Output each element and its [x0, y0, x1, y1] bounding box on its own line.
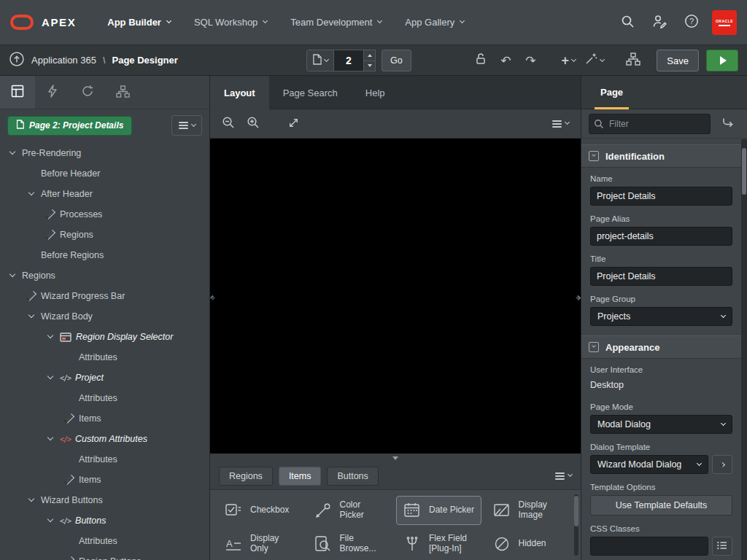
tree-item-after-header[interactable]: After Header — [0, 184, 209, 204]
field-select-page-group[interactable]: Projects — [590, 307, 732, 326]
chevron-down-icon[interactable] — [26, 498, 36, 502]
gallery-item-display-only[interactable]: ADisplay Only — [217, 529, 303, 559]
section-header-appearance[interactable]: Appearance — [581, 335, 741, 359]
page-finder-button[interactable] — [306, 50, 334, 71]
nav-item-team-development[interactable]: Team Development — [281, 10, 391, 34]
tab-help[interactable]: Help — [352, 76, 399, 109]
layout-canvas[interactable] — [210, 139, 581, 454]
chevron-right-icon[interactable] — [64, 478, 74, 482]
tree-item-before-header[interactable]: Before Header — [0, 163, 209, 184]
field-input-title[interactable] — [590, 267, 732, 286]
tab-processing[interactable] — [70, 76, 105, 109]
tree-item-custom-attributes[interactable]: </>Custom Attributes — [0, 429, 209, 449]
layout-menu-button[interactable] — [552, 114, 569, 134]
gallery-tab-buttons[interactable]: Buttons — [327, 467, 378, 486]
page-number-up-button[interactable] — [364, 50, 375, 61]
page-number-input[interactable] — [334, 50, 363, 71]
field-select-dialog-template[interactable]: Wizard Modal Dialog — [590, 455, 708, 474]
gallery-item-file-browse[interactable]: File Browse... — [307, 529, 392, 559]
tree-item-before-regions[interactable]: Before Regions — [0, 245, 209, 265]
tree-item-pre-rendering[interactable]: Pre-Rendering — [0, 143, 209, 163]
chevron-down-icon[interactable] — [7, 273, 18, 278]
edit-dialog-template-button[interactable] — [712, 455, 732, 474]
gallery-tab-items[interactable]: Items — [279, 467, 322, 486]
tab-rendering[interactable] — [0, 76, 35, 109]
gallery-item-checkbox[interactable]: Checkbox — [217, 496, 303, 525]
field-select-page-mode[interactable]: Modal Dialog — [590, 415, 732, 434]
tab-layout[interactable]: Layout — [210, 76, 269, 109]
breadcrumb-application[interactable]: Application 365 — [31, 55, 96, 66]
tree-item-attributes[interactable]: Attributes — [0, 347, 209, 368]
tree-item-project[interactable]: </>Project — [0, 368, 209, 388]
field-input-css-classes[interactable] — [590, 537, 708, 556]
section-header-identification[interactable]: Identification — [581, 144, 741, 168]
tree-item-processes[interactable]: Processes — [0, 204, 209, 225]
filter-input[interactable] — [589, 114, 711, 134]
nav-item-app-gallery[interactable]: App Gallery — [395, 10, 473, 34]
chevron-down-icon[interactable] — [26, 192, 36, 196]
tree-item-regions[interactable]: Regions — [0, 265, 209, 286]
property-scrollbar-thumb[interactable] — [742, 148, 746, 195]
chevron-down-icon[interactable] — [26, 314, 36, 319]
gallery-scrollbar-thumb[interactable] — [574, 496, 578, 526]
gallery-item-date-picker[interactable]: Date Picker — [396, 496, 481, 525]
tree-item-wizard-buttons[interactable]: Wizard Buttons — [0, 490, 209, 510]
undo-button[interactable]: ↶ — [497, 50, 514, 71]
up-to-application-button[interactable] — [9, 51, 25, 69]
tab-dynamic-actions[interactable] — [35, 76, 70, 109]
nav-item-sql-workshop[interactable]: SQL Workshop — [185, 10, 276, 34]
tree-item-wizard-body[interactable]: Wizard Body — [0, 306, 209, 327]
utilities-menu-button[interactable] — [584, 50, 604, 71]
gallery-menu-button[interactable] — [555, 466, 572, 486]
tree-item-regions[interactable]: Regions — [0, 225, 209, 245]
gallery-item-display-image[interactable]: Display Image — [486, 496, 571, 525]
help-button[interactable]: ? — [680, 11, 703, 34]
create-menu-button[interactable]: + — [560, 50, 577, 71]
tree-item-attributes[interactable]: Attributes — [0, 388, 209, 408]
property-scrollbar[interactable] — [741, 139, 747, 560]
field-input-name[interactable] — [590, 187, 732, 206]
tab-page-shared-components[interactable] — [105, 76, 140, 109]
expand-layout-button[interactable] — [287, 117, 300, 131]
search-button[interactable] — [616, 11, 639, 34]
nav-item-app-builder[interactable]: App Builder — [98, 10, 180, 34]
tree-menu-button[interactable] — [171, 115, 202, 136]
field-input-page-alias[interactable] — [590, 227, 732, 246]
tab-page-search[interactable]: Page Search — [269, 76, 352, 109]
tree-item-buttons[interactable]: </>Buttons — [0, 510, 209, 531]
tab-page[interactable]: Page — [592, 76, 632, 109]
tree-item-wizard-progress-bar[interactable]: Wizard Progress Bar — [0, 286, 209, 306]
save-button[interactable]: Save — [657, 50, 699, 71]
run-page-button[interactable] — [706, 50, 738, 71]
tree-item-attributes[interactable]: Attributes — [0, 531, 209, 551]
horizontal-splitter[interactable] — [210, 454, 581, 462]
chevron-right-icon[interactable] — [26, 294, 36, 298]
gallery-item-color-picker[interactable]: Color Picker — [307, 496, 392, 525]
chevron-right-icon[interactable] — [64, 416, 74, 421]
collapse-left-splitter-handle[interactable] — [211, 296, 214, 300]
gallery-item-hidden[interactable]: Hidden — [486, 529, 571, 559]
zoom-out-button[interactable] — [222, 116, 235, 131]
chevron-down-icon[interactable] — [7, 151, 18, 155]
chevron-right-icon[interactable] — [45, 212, 55, 217]
use-template-defaults-button[interactable]: Use Template Defaults — [590, 495, 732, 516]
tree-item-region-display-selector[interactable]: Region Display Selector — [0, 327, 209, 347]
oracle-cloud-badge[interactable]: ORACLE — [712, 10, 737, 35]
collapse-right-splitter-handle[interactable] — [576, 296, 580, 300]
go-to-parent-button[interactable] — [716, 114, 740, 134]
gallery-scrollbar[interactable] — [574, 494, 578, 556]
chevron-down-icon[interactable] — [45, 335, 55, 339]
css-classes-list-button[interactable] — [712, 537, 732, 556]
page-number-down-button[interactable] — [364, 61, 375, 71]
tree-item-items[interactable]: Items — [0, 408, 209, 429]
chevron-right-icon[interactable] — [45, 233, 55, 237]
chevron-down-icon[interactable] — [45, 376, 55, 380]
redo-button[interactable]: ↷ — [522, 50, 539, 71]
chevron-down-icon[interactable] — [45, 437, 55, 441]
gallery-item-flex-field-plug-in[interactable]: Flex Field [Plug-In] — [396, 529, 481, 559]
chevron-down-icon[interactable] — [45, 518, 55, 523]
zoom-in-button[interactable] — [247, 116, 260, 131]
tree-item-items[interactable]: Items — [0, 470, 209, 490]
page-lock-button[interactable] — [472, 50, 489, 71]
selected-page-pill[interactable]: Page 2: Project Details — [7, 116, 132, 136]
